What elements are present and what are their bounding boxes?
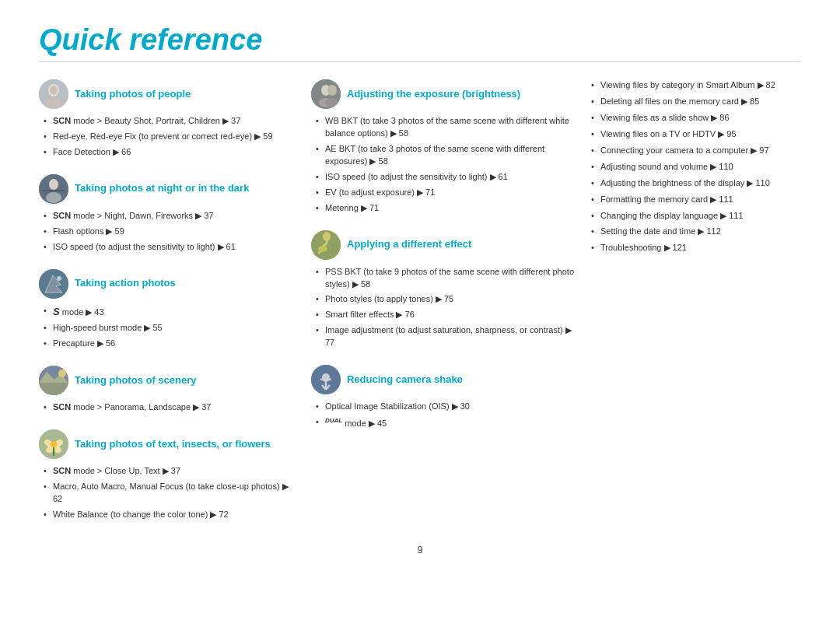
list-item: SCN mode > Beauty Shot, Portrait, Childr… [44,115,296,128]
section-flowers-title: Taking photos of text, insects, or flowe… [75,438,271,451]
list-item: EV (to adjust exposure) ▶ 71 [316,187,576,199]
right-column-list: Viewing files by category in Smart Album… [591,79,809,254]
section-action-header: Taking action photos [39,269,296,299]
section-action-title: Taking action photos [75,277,176,290]
list-item: Viewing files as a slide show ▶ 86 [591,112,809,124]
list-item: White Balance (to change the color tone)… [44,509,296,521]
section-people-icon [39,79,68,109]
section-flowers-list: SCN mode > Close Up, Text ▶ 37 Macro, Au… [39,465,296,521]
list-item: Connecting your camera to a computer ▶ 9… [591,145,809,157]
list-item: Adjusting the brightness of the display … [591,177,809,190]
section-exposure-list: WB BKT (to take 3 photos of the same sce… [311,115,576,215]
list-item: Optical Image Stabilization (OIS) ▶ 30 [316,401,576,413]
list-item: S mode ▶ 43 [44,305,296,320]
section-exposure-icon [311,79,341,109]
section-scenery-icon [39,366,68,395]
list-item: Photo styles (to apply tones) ▶ 75 [316,293,576,306]
section-shake-list: Optical Image Stabilization (OIS) ▶ 30 D… [311,401,576,430]
list-item: SCN mode > Panorama, Landscape ▶ 37 [44,401,296,414]
svg-point-6 [46,192,61,203]
svg-rect-12 [39,383,68,395]
section-people-title: Taking photos of people [75,88,191,101]
section-people: Taking photos of people SCN mode > Beaut… [39,79,296,159]
svg-point-24 [323,232,331,241]
section-shake-icon [311,365,341,394]
title-divider [39,61,801,62]
svg-point-16 [51,441,57,447]
section-people-list: SCN mode > Beauty Shot, Portrait, Childr… [39,115,296,159]
page-number: 9 [39,545,801,555]
list-item: Adjusting sound and volume ▶ 110 [591,161,809,173]
section-action-icon [39,269,68,299]
list-item: Flash options ▶ 59 [44,226,296,238]
section-people-header: Taking photos of people [39,79,296,109]
section-shake: Reducing camera shake Optical Image Stab… [311,365,576,430]
list-item: Troubleshooting ▶ 121 [591,242,809,254]
list-item: Formatting the memory card ▶ 111 [591,194,809,206]
page-title: Quick reference [39,23,801,57]
svg-rect-7 [43,190,65,191]
column-1: Taking photos of people SCN mode > Beaut… [39,79,296,537]
section-shake-header: Reducing camera shake [311,365,576,394]
list-item: High-speed burst mode ▶ 55 [44,322,296,335]
section-effect: Applying a different effect PSS BKT (to … [311,230,576,350]
list-item: Red-eye, Red-eye Fix (to prevent or corr… [44,131,296,143]
list-item: Precapture ▶ 56 [44,338,296,350]
column-3: Viewing files by category in Smart Album… [591,79,809,537]
section-exposure-header: Adjusting the exposure (brightness) [311,79,576,109]
main-layout: Taking photos of people SCN mode > Beaut… [39,79,801,537]
list-item: ISO speed (to adjust the sensitivity to … [316,171,576,184]
section-night-header: Taking photos at night or in the dark [39,174,296,204]
section-night-icon [39,174,68,204]
list-item: AE BKT (to take 3 photos of the same sce… [316,143,576,168]
list-item: Metering ▶ 71 [316,202,576,215]
svg-point-5 [49,179,58,190]
list-item: Deleting all files on the memory card ▶ … [591,96,809,108]
svg-point-2 [50,86,58,95]
section-exposure-title: Adjusting the exposure (brightness) [347,88,520,101]
section-scenery-header: Taking photos of scenery [39,366,296,395]
section-flowers-header: Taking photos of text, insects, or flowe… [39,429,296,459]
section-effect-icon [311,230,341,260]
list-item: Viewing files by category in Smart Album… [591,79,809,92]
section-effect-title: Applying a different effect [347,238,471,251]
svg-point-10 [57,276,61,281]
section-night-list: SCN mode > Night, Dawn, Fireworks ▶ 37 F… [39,210,296,254]
list-item: Smart filter effects ▶ 76 [316,309,576,321]
section-night: Taking photos at night or in the dark SC… [39,174,296,254]
svg-point-25 [318,246,327,252]
section-effect-header: Applying a different effect [311,230,576,260]
section-shake-title: Reducing camera shake [347,373,463,387]
svg-point-20 [327,85,337,96]
section-scenery-title: Taking photos of scenery [75,374,197,387]
section-flowers-icon [39,429,68,459]
list-item: Macro, Auto Macro, Manual Focus (to take… [44,481,296,506]
section-scenery: Taking photos of scenery SCN mode > Pano… [39,366,296,414]
section-exposure: Adjusting the exposure (brightness) WB B… [311,79,576,215]
list-item: Face Detection ▶ 66 [44,146,296,159]
list-item: PSS BKT (to take 9 photos of the same sc… [316,266,576,291]
list-item: DUAL mode ▶ 45 [316,416,576,430]
list-item: Image adjustment (to adjust saturation, … [316,324,576,349]
list-item: Changing the display language ▶ 111 [591,210,809,222]
list-item: Setting the date and time ▶ 112 [591,226,809,238]
section-action-list: S mode ▶ 43 High-speed burst mode ▶ 55 P… [39,305,296,351]
section-night-title: Taking photos at night or in the dark [75,182,249,195]
section-effect-list: PSS BKT (to take 9 photos of the same sc… [311,266,576,350]
list-item: Viewing files on a TV or HDTV ▶ 95 [591,128,809,141]
svg-point-22 [325,98,339,107]
list-item: ISO speed (to adjust the sensitivity to … [44,241,296,254]
section-action: Taking action photos S mode ▶ 43 High-sp… [39,269,296,351]
column-2: Adjusting the exposure (brightness) WB B… [311,79,576,537]
list-item: SCN mode > Close Up, Text ▶ 37 [44,465,296,478]
svg-point-14 [58,370,66,377]
list-item: SCN mode > Night, Dawn, Fireworks ▶ 37 [44,210,296,222]
list-item: WB BKT (to take 3 photos of the same sce… [316,115,576,140]
section-scenery-list: SCN mode > Panorama, Landscape ▶ 37 [39,401,296,414]
section-flowers: Taking photos of text, insects, or flowe… [39,429,296,521]
